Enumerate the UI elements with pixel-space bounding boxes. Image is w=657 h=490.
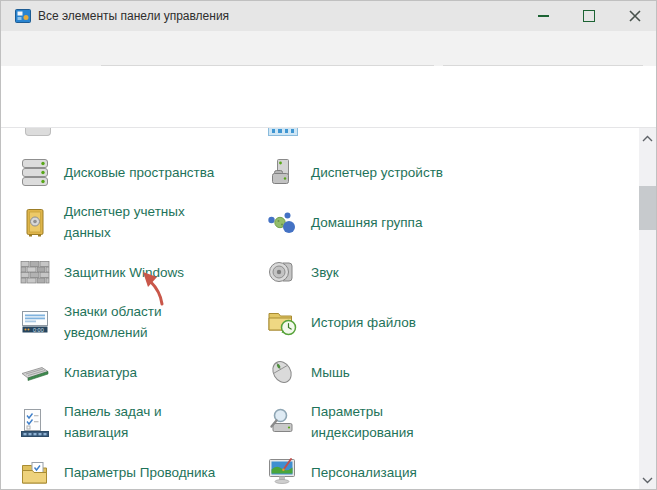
- item-label: Диспетчер устройств: [311, 162, 443, 183]
- item-sound[interactable]: Звук: [266, 247, 623, 297]
- sound-icon: [266, 256, 298, 288]
- file-explorer-options-icon: [19, 456, 51, 488]
- item-label: Звук: [311, 262, 339, 283]
- partial-item-icon: [25, 128, 51, 136]
- item-label: Параметры Проводника: [64, 462, 215, 483]
- item-label: Персонализация: [311, 462, 417, 483]
- item-label: Клавиатура: [64, 362, 137, 383]
- notification-area-icons-icon: 0:00: [19, 306, 51, 338]
- scrollbar-down-button[interactable]: [639, 472, 656, 489]
- item-label: Домашняя группа: [311, 212, 422, 233]
- item-homegroup[interactable]: Домашняя группа: [266, 197, 623, 247]
- item-personalization[interactable]: Персонализация: [266, 447, 623, 490]
- titlebar: Все элементы панели управления: [1, 1, 656, 31]
- mouse-icon: [266, 356, 298, 388]
- item-device-manager[interactable]: Диспетчер устройств: [266, 147, 623, 197]
- windows-defender-icon: [19, 256, 51, 288]
- partial-item-icon: [268, 128, 298, 136]
- window-title: Все элементы панели управления: [38, 1, 229, 31]
- item-label: Диспетчер учетных данных: [64, 201, 185, 243]
- items-grid: Дисковые пространства Диспетчер устройст…: [19, 147, 623, 490]
- item-label: Параметры индексирования: [311, 401, 414, 443]
- item-mouse[interactable]: Мышь: [266, 347, 623, 397]
- personalization-icon: [266, 456, 298, 488]
- minimize-icon: [538, 15, 549, 17]
- maximize-button[interactable]: [566, 1, 612, 31]
- item-label: История файлов: [311, 312, 416, 333]
- annotation-arrow-icon: [138, 269, 168, 307]
- item-label: Дисковые пространства: [64, 162, 214, 183]
- items-area: Дисковые пространства Диспетчер устройст…: [1, 128, 656, 490]
- scrollbar-thumb[interactable]: [639, 186, 656, 230]
- close-button[interactable]: [612, 1, 657, 31]
- indexing-options-icon: [266, 406, 298, 438]
- header-area: Настройка параметров компьютера Просмотр…: [1, 66, 656, 127]
- item-label: Панель задач и навигация: [64, 401, 162, 443]
- item-file-history[interactable]: История файлов: [266, 297, 623, 347]
- chevron-up-icon: [642, 135, 653, 142]
- close-icon: [629, 10, 641, 22]
- navigation-bar: › Пан... › Все элементы панели ... › ↻: [1, 31, 656, 66]
- control-panel-app-icon: [15, 8, 31, 24]
- item-label: Мышь: [311, 362, 350, 383]
- homegroup-icon: [266, 206, 298, 238]
- item-credential-manager[interactable]: Диспетчер учетных данных: [19, 197, 266, 247]
- chevron-down-icon: [642, 477, 653, 484]
- storage-spaces-icon: [19, 156, 51, 188]
- maximize-icon: [583, 10, 595, 22]
- keyboard-icon: [19, 356, 51, 388]
- control-panel-window: Все элементы панели управления: [0, 0, 657, 490]
- item-indexing-options[interactable]: Параметры индексирования: [266, 397, 623, 447]
- device-manager-icon: [266, 156, 298, 188]
- credential-manager-icon: [19, 206, 51, 238]
- file-history-icon: [266, 306, 298, 338]
- item-file-explorer-options[interactable]: Параметры Проводника: [19, 447, 266, 490]
- scrollbar-up-button[interactable]: [639, 130, 656, 147]
- item-label: Значки области уведомлений: [64, 301, 162, 343]
- taskbar-navigation-icon: [19, 406, 51, 438]
- item-keyboard[interactable]: Клавиатура: [19, 347, 266, 397]
- minimize-button[interactable]: [520, 1, 566, 31]
- item-taskbar-navigation[interactable]: Панель задач и навигация: [19, 397, 266, 447]
- svg-text:0:00: 0:00: [33, 327, 44, 333]
- vertical-scrollbar[interactable]: [639, 128, 656, 490]
- item-storage-spaces[interactable]: Дисковые пространства: [19, 147, 266, 197]
